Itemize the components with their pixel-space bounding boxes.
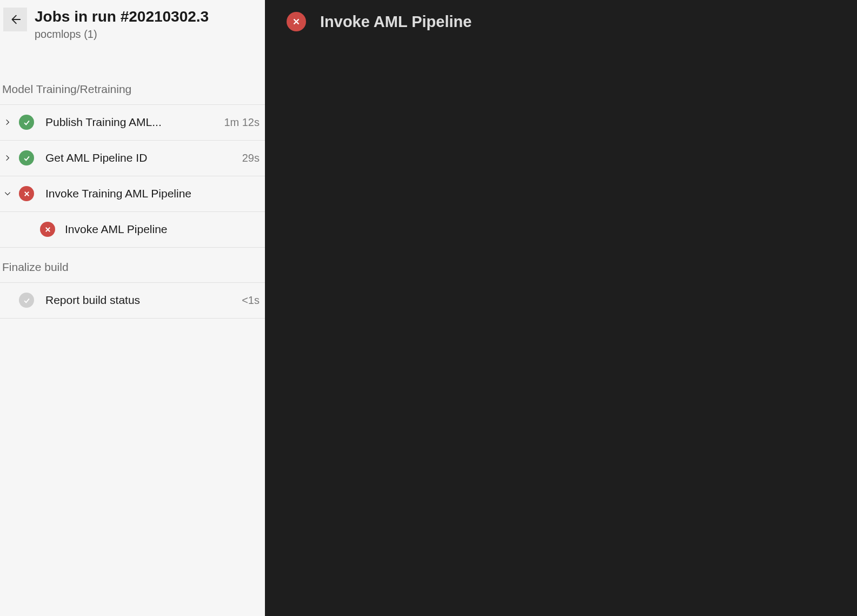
jobs-sidebar: Jobs in run #20210302.3 pocmlops (1) Mod… bbox=[0, 0, 265, 616]
status-col bbox=[13, 186, 40, 201]
page-subtitle: pocmlops (1) bbox=[35, 28, 209, 41]
job-row-invoke-training[interactable]: Invoke Training AML Pipeline bbox=[0, 176, 265, 212]
job-duration: 1m 12s bbox=[218, 116, 260, 129]
job-name: Invoke Training AML Pipeline bbox=[40, 187, 254, 200]
stage-label-model-training: Model Training/Retraining bbox=[0, 83, 265, 104]
arrow-left-icon bbox=[9, 14, 21, 25]
job-row-report-build-status[interactable]: Report build status <1s bbox=[0, 283, 265, 319]
success-icon bbox=[19, 115, 34, 130]
job-duration: 29s bbox=[237, 152, 260, 164]
chevron-right-icon bbox=[2, 154, 13, 162]
chevron-down-icon bbox=[2, 190, 13, 197]
failed-icon bbox=[40, 222, 55, 237]
task-row-invoke-aml-pipeline[interactable]: Invoke AML Pipeline bbox=[0, 212, 265, 248]
job-name: Report build status bbox=[40, 294, 236, 307]
success-icon bbox=[19, 150, 34, 165]
sidebar-header: Jobs in run #20210302.3 pocmlops (1) bbox=[0, 0, 265, 41]
job-row-get-pipeline-id[interactable]: Get AML Pipeline ID 29s bbox=[0, 141, 265, 176]
job-row-publish-training[interactable]: Publish Training AML... 1m 12s bbox=[0, 105, 265, 141]
job-list-model-training: Publish Training AML... 1m 12s Get AML P… bbox=[0, 104, 265, 248]
task-name: Invoke AML Pipeline bbox=[55, 223, 168, 236]
job-list-finalize: Report build status <1s bbox=[0, 282, 265, 319]
failed-icon bbox=[19, 186, 34, 201]
stage-label-finalize-build: Finalize build bbox=[0, 261, 265, 282]
chevron-right-icon bbox=[2, 118, 13, 126]
job-name: Get AML Pipeline ID bbox=[40, 151, 237, 164]
status-col bbox=[13, 115, 40, 130]
status-col bbox=[13, 293, 40, 308]
log-panel: Invoke AML Pipeline bbox=[265, 0, 857, 616]
job-name: Publish Training AML... bbox=[40, 116, 218, 129]
header-text: Jobs in run #20210302.3 pocmlops (1) bbox=[27, 8, 209, 41]
back-button[interactable] bbox=[3, 8, 27, 31]
job-duration: <1s bbox=[236, 294, 260, 307]
page-title: Jobs in run #20210302.3 bbox=[35, 8, 209, 26]
log-title: Invoke AML Pipeline bbox=[306, 13, 471, 31]
failed-icon bbox=[287, 12, 306, 31]
log-header: Invoke AML Pipeline bbox=[265, 0, 857, 43]
status-col bbox=[13, 150, 40, 165]
skipped-icon bbox=[19, 293, 34, 308]
